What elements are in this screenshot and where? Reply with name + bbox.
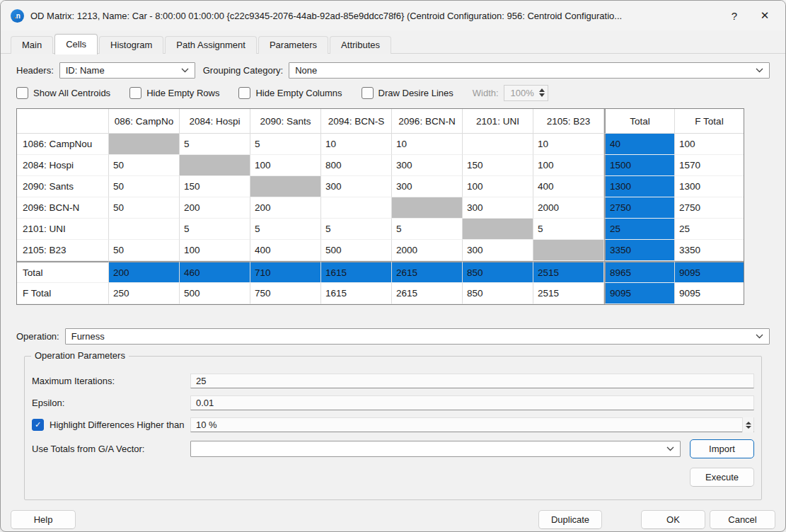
matrix-col-header-ftotal[interactable]: F Total bbox=[675, 109, 744, 134]
matrix-total-cell[interactable]: 2615 bbox=[392, 261, 463, 283]
matrix-row-total-cell[interactable]: 1300 bbox=[604, 176, 675, 197]
matrix-cell[interactable]: 500 bbox=[321, 240, 392, 261]
matrix-ftotal-cell[interactable]: 1615 bbox=[321, 283, 392, 304]
matrix-row-ftotal-cell[interactable]: 25 bbox=[675, 219, 744, 240]
matrix-cell[interactable] bbox=[250, 176, 321, 197]
max-iterations-input[interactable]: 25 bbox=[190, 374, 754, 388]
matrix-cell[interactable]: 100 bbox=[463, 176, 533, 197]
matrix-row-ftotal-cell[interactable]: 1570 bbox=[675, 155, 744, 176]
matrix-col-header[interactable]: 2101: UNI bbox=[463, 109, 533, 134]
matrix-ftotal-cell[interactable]: 2615 bbox=[392, 283, 463, 304]
matrix-cell[interactable]: 5 bbox=[250, 134, 321, 155]
matrix-row-ftotal-cell[interactable]: 1300 bbox=[675, 176, 744, 197]
matrix-col-header[interactable]: 2096: BCN-N bbox=[392, 109, 463, 134]
hide-empty-columns-checkbox[interactable] bbox=[238, 87, 250, 99]
matrix-row-total-cell[interactable]: 1500 bbox=[604, 155, 675, 176]
draw-desire-lines-checkbox[interactable] bbox=[362, 87, 374, 99]
matrix-col-header[interactable]: 2094: BCN-S bbox=[321, 109, 392, 134]
help-titlebar-button[interactable]: ? bbox=[722, 5, 746, 26]
matrix-row-ftotal-cell[interactable]: 100 bbox=[675, 134, 744, 155]
spinner-arrows-icon[interactable] bbox=[742, 417, 753, 432]
close-icon[interactable]: ✕ bbox=[753, 5, 777, 26]
matrix-total-cell[interactable]: 710 bbox=[250, 261, 321, 283]
epsilon-input[interactable]: 0.01 bbox=[190, 395, 754, 410]
matrix-row-header[interactable]: 1086: CampNou bbox=[17, 134, 109, 155]
show-all-centroids-checkbox[interactable] bbox=[16, 87, 28, 99]
matrix-row-header[interactable]: 2090: Sants bbox=[17, 176, 109, 197]
matrix-cell[interactable]: 300 bbox=[392, 155, 463, 176]
matrix-cell[interactable] bbox=[463, 134, 533, 155]
matrix-ftotal-cell[interactable]: 850 bbox=[463, 283, 533, 304]
matrix-cell[interactable]: 300 bbox=[463, 240, 533, 261]
ga-vector-combobox[interactable] bbox=[190, 441, 681, 457]
ok-button[interactable]: OK bbox=[641, 510, 705, 529]
matrix-row-header[interactable]: 2084: Hospi bbox=[17, 155, 109, 176]
matrix-cell[interactable]: 300 bbox=[392, 176, 463, 197]
matrix-col-header[interactable]: 2090: Sants bbox=[250, 109, 321, 134]
width-spinner[interactable]: 100% bbox=[504, 85, 548, 101]
tab-histogram[interactable]: Histogram bbox=[99, 36, 163, 54]
matrix-cell[interactable]: 100 bbox=[533, 155, 604, 176]
matrix-ftotal-cell[interactable]: 500 bbox=[180, 283, 250, 304]
help-button[interactable]: Help bbox=[11, 510, 76, 529]
matrix-cell[interactable] bbox=[109, 134, 180, 155]
matrix-total-cell[interactable]: 1615 bbox=[321, 261, 392, 283]
matrix-cell[interactable]: 100 bbox=[250, 155, 321, 176]
highlight-threshold-input[interactable]: 10 % bbox=[190, 417, 754, 432]
matrix-cell[interactable]: 5 bbox=[250, 219, 321, 240]
matrix-cell[interactable]: 50 bbox=[109, 155, 180, 176]
matrix-row-total-cell[interactable]: 3350 bbox=[604, 240, 675, 261]
cancel-button[interactable]: Cancel bbox=[710, 510, 775, 529]
matrix-ftotal-cell[interactable]: 750 bbox=[250, 283, 321, 304]
tab-path-assignment[interactable]: Path Assignment bbox=[165, 36, 257, 54]
tab-attributes[interactable]: Attributes bbox=[330, 36, 391, 54]
matrix-cell[interactable]: 200 bbox=[180, 197, 250, 219]
matrix-cell[interactable] bbox=[180, 155, 250, 176]
matrix-cell[interactable]: 300 bbox=[321, 176, 392, 197]
tab-parameters[interactable]: Parameters bbox=[258, 36, 328, 54]
tab-main[interactable]: Main bbox=[11, 36, 53, 54]
matrix-cell[interactable]: 400 bbox=[250, 240, 321, 261]
matrix-cell[interactable]: 150 bbox=[463, 155, 533, 176]
tab-cells[interactable]: Cells bbox=[54, 34, 98, 54]
matrix-col-header[interactable]: 2084: Hospi bbox=[180, 109, 250, 134]
matrix-cell[interactable]: 5 bbox=[533, 219, 604, 240]
matrix-total-row-header[interactable]: Total bbox=[17, 261, 109, 283]
headers-combobox[interactable]: ID: Name bbox=[59, 62, 195, 79]
matrix-total-cell[interactable]: 2515 bbox=[533, 261, 604, 283]
matrix-row-header[interactable]: 2105: B23 bbox=[17, 240, 109, 261]
matrix-col-header[interactable]: 086: CampNo bbox=[109, 109, 180, 134]
matrix-row-header[interactable]: 2096: BCN-N bbox=[17, 197, 109, 219]
matrix-cell[interactable]: 10 bbox=[533, 134, 604, 155]
matrix-cell[interactable]: 2000 bbox=[533, 197, 604, 219]
matrix-cell[interactable]: 2000 bbox=[392, 240, 463, 261]
matrix-cell[interactable]: 5 bbox=[392, 219, 463, 240]
matrix-cell[interactable]: 200 bbox=[250, 197, 321, 219]
matrix-total-total-cell[interactable]: 8965 bbox=[604, 261, 675, 283]
matrix-cell[interactable]: 5 bbox=[180, 134, 250, 155]
hide-empty-rows-checkbox[interactable] bbox=[129, 87, 141, 99]
matrix-cell[interactable] bbox=[321, 197, 392, 219]
duplicate-button[interactable]: Duplicate bbox=[538, 510, 602, 529]
matrix-total-cell[interactable]: 200 bbox=[109, 261, 180, 283]
matrix-row-ftotal-cell[interactable]: 2750 bbox=[675, 197, 744, 219]
grouping-category-combobox[interactable]: None bbox=[289, 62, 770, 79]
matrix-cell[interactable] bbox=[392, 197, 463, 219]
matrix-col-header[interactable]: 2105: B23 bbox=[533, 109, 604, 134]
matrix-cell[interactable]: 800 bbox=[321, 155, 392, 176]
matrix-row-total-cell[interactable]: 25 bbox=[604, 219, 675, 240]
matrix-cell[interactable] bbox=[463, 219, 533, 240]
matrix-cell[interactable]: 300 bbox=[463, 197, 533, 219]
operation-combobox[interactable]: Furness bbox=[65, 328, 770, 345]
matrix-ftotal-row-header[interactable]: F Total bbox=[17, 283, 109, 304]
matrix-col-header-total[interactable]: Total bbox=[604, 109, 675, 134]
matrix-cell[interactable]: 150 bbox=[180, 176, 250, 197]
matrix-row-ftotal-cell[interactable]: 3350 bbox=[675, 240, 744, 261]
matrix-ftotal-ftotal-cell[interactable]: 9095 bbox=[675, 283, 744, 304]
matrix-cell[interactable]: 10 bbox=[321, 134, 392, 155]
matrix-row-total-cell[interactable]: 40 bbox=[604, 134, 675, 155]
matrix-cell[interactable]: 400 bbox=[533, 176, 604, 197]
matrix-row-total-cell[interactable]: 2750 bbox=[604, 197, 675, 219]
matrix-cell[interactable]: 50 bbox=[109, 197, 180, 219]
matrix-total-cell[interactable]: 460 bbox=[180, 261, 250, 283]
